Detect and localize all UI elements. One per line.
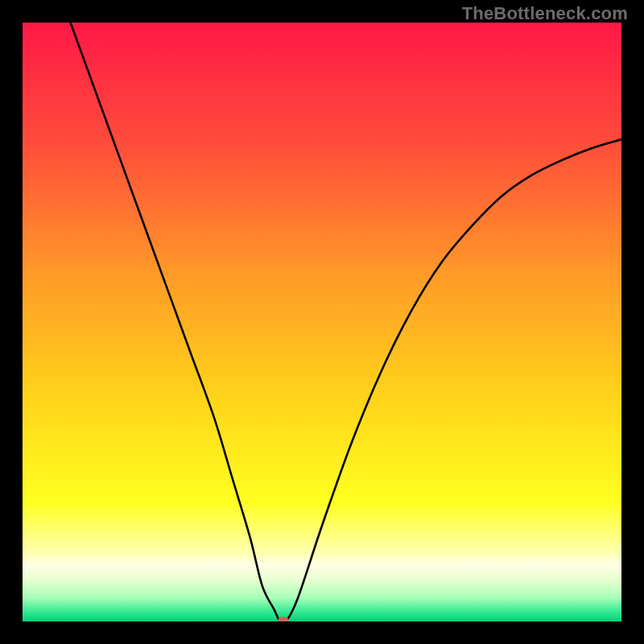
chart-frame: TheBottleneck.com	[0, 0, 644, 644]
plot-area	[23, 23, 621, 621]
bottleneck-curve	[23, 23, 621, 621]
watermark-text: TheBottleneck.com	[462, 3, 628, 24]
optimum-marker	[278, 617, 289, 621]
